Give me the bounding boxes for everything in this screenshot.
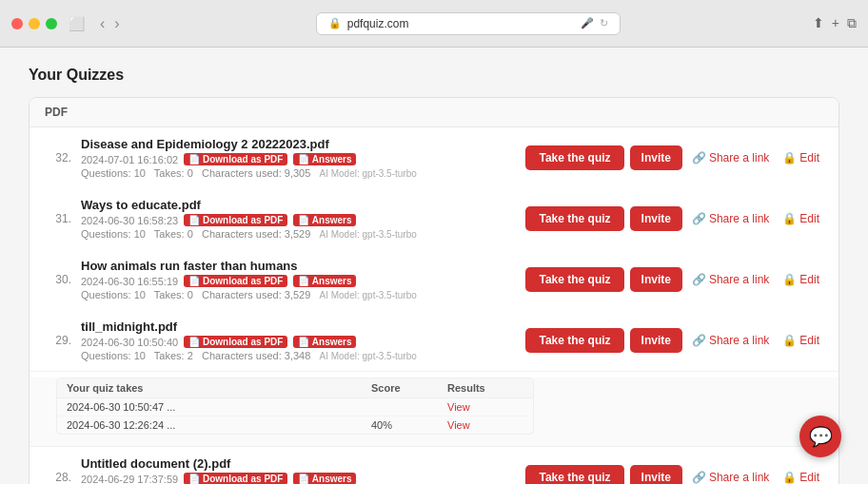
fullscreen-window-btn[interactable] [46, 18, 57, 29]
ai-model: AI Model: gpt-3.5-turbo [320, 290, 417, 300]
takes-row: 2024-06-30 10:50:47 ... View [57, 398, 533, 416]
lock-chain-icon: 🔗 [692, 471, 706, 484]
download-answers-btn[interactable]: 📄 Answers [293, 214, 356, 226]
quiz-block: 29. till_midnight.pdf 2024-06-30 10:50:4… [30, 310, 838, 447]
take-score: 40% [371, 419, 447, 431]
ai-model: AI Model: gpt-3.5-turbo [320, 351, 417, 361]
section-header: PDF [30, 98, 838, 127]
download-pdf-btn[interactable]: 📄 Download as PDF [184, 336, 287, 348]
lock-chain-icon: 🔗 [692, 151, 706, 165]
invite-btn[interactable]: Invite [630, 267, 682, 292]
quiz-info: Untitled document (2).pdf 2024-06-29 17:… [81, 456, 516, 484]
forward-btn[interactable]: › [110, 15, 123, 32]
browser-chrome: ⬜ ‹ › 🔒 pdfquiz.com 🎤 ↻ ⬆ + ⧉ [0, 0, 868, 48]
windows-icon[interactable]: ⧉ [847, 15, 857, 31]
quizzes-card: PDF 32. Disease and Epidemiology 2 20222… [29, 97, 839, 484]
view-result-link[interactable]: View [447, 419, 523, 431]
download-answers-btn[interactable]: 📄 Answers [293, 473, 356, 484]
new-tab-icon[interactable]: + [832, 15, 839, 31]
quiz-number: 28. [45, 471, 71, 484]
view-result-link[interactable]: View [447, 401, 523, 413]
download-pdf-btn[interactable]: 📄 Download as PDF [184, 214, 287, 226]
download-pdf-btn[interactable]: 📄 Download as PDF [184, 153, 287, 165]
ai-model: AI Model: gpt-3.5-turbo [320, 168, 417, 179]
share-link-btn[interactable]: 🔗 Share a link [688, 208, 773, 229]
download-answers-btn[interactable]: 📄 Answers [293, 153, 356, 165]
address-bar-wrap: 🔒 pdfquiz.com 🎤 ↻ [131, 12, 805, 35]
invite-btn[interactable]: Invite [630, 206, 682, 231]
quiz-name: Ways to educate.pdf [81, 198, 516, 212]
quiz-number: 31. [45, 212, 71, 225]
chat-fab[interactable]: 💬 [799, 416, 841, 457]
lock-chain-icon: 🔗 [692, 212, 706, 225]
takes-table: Your quiz takes Score Results 2024-06-30… [56, 378, 534, 435]
edit-btn[interactable]: 🔒 Edit [779, 269, 823, 290]
quiz-expanded-section: Your quiz takes Score Results 2024-06-30… [30, 378, 838, 447]
quiz-info: How animals run faster than humans 2024-… [81, 259, 516, 300]
share-link-btn[interactable]: 🔗 Share a link [688, 467, 773, 484]
nav-buttons: ‹ › [96, 15, 124, 32]
quiz-date: 2024-07-01 16:16:02 [81, 154, 178, 165]
takes-row: 2024-06-30 12:26:24 ... 40% View [57, 416, 533, 434]
quiz-row: 29. till_midnight.pdf 2024-06-30 10:50:4… [30, 310, 838, 372]
take-quiz-btn[interactable]: Take the quiz [525, 206, 623, 231]
quiz-block: 30. How animals run faster than humans 2… [30, 249, 838, 310]
col-header-takes: Your quiz takes [67, 382, 371, 394]
edit-btn[interactable]: 🔒 Edit [779, 147, 823, 168]
invite-btn[interactable]: Invite [630, 465, 682, 484]
quiz-stats: Questions: 10 Takes: 0 Characters used: … [81, 167, 516, 179]
edit-btn[interactable]: 🔒 Edit [779, 208, 823, 229]
lock-chain-icon: 🔗 [692, 334, 706, 347]
sidebar-toggle-btn[interactable]: ⬜ [65, 16, 89, 31]
invite-btn[interactable]: Invite [630, 328, 682, 353]
address-bar[interactable]: 🔒 pdfquiz.com 🎤 ↻ [316, 12, 621, 35]
pencil-icon: 🔒 [782, 273, 797, 286]
minimize-window-btn[interactable] [29, 18, 40, 29]
quiz-block: 32. Disease and Epidemiology 2 20222023.… [30, 127, 838, 188]
quiz-info: Ways to educate.pdf 2024-06-30 16:58:23 … [81, 198, 516, 240]
quiz-actions: Take the quiz Invite 🔗 Share a link 🔒 Ed… [525, 465, 823, 484]
edit-btn[interactable]: 🔒 Edit [779, 467, 823, 484]
invite-btn[interactable]: Invite [630, 145, 682, 170]
page-content: Your Quizzes PDF 32. Disease and Epidemi… [0, 48, 868, 484]
take-date: 2024-06-30 12:26:24 ... [67, 419, 371, 431]
share-link-btn[interactable]: 🔗 Share a link [688, 330, 773, 351]
quiz-date: 2024-06-30 10:50:40 [81, 337, 178, 348]
quiz-actions: Take the quiz Invite 🔗 Share a link 🔒 Ed… [525, 145, 823, 170]
quiz-actions: Take the quiz Invite 🔗 Share a link 🔒 Ed… [525, 328, 823, 353]
quiz-meta-row: 2024-06-30 16:55:19 📄 Download as PDF 📄 … [81, 275, 516, 287]
pencil-icon: 🔒 [782, 471, 797, 484]
download-answers-btn[interactable]: 📄 Answers [293, 336, 356, 348]
close-window-btn[interactable] [11, 18, 23, 29]
quiz-info: Disease and Epidemiology 2 20222023.pdf … [81, 137, 516, 179]
download-pdf-btn[interactable]: 📄 Download as PDF [184, 473, 287, 484]
edit-btn[interactable]: 🔒 Edit [779, 330, 823, 351]
refresh-icon[interactable]: ↻ [600, 17, 608, 29]
quiz-row: 30. How animals run faster than humans 2… [30, 249, 838, 310]
quiz-number: 30. [45, 273, 71, 286]
back-btn[interactable]: ‹ [96, 15, 108, 32]
url-text: pdfquiz.com [347, 17, 409, 30]
quiz-meta-row: 2024-06-30 16:58:23 📄 Download as PDF 📄 … [81, 214, 516, 226]
col-header-score: Score [371, 382, 447, 394]
quiz-row: 28. Untitled document (2).pdf 2024-06-29… [30, 447, 838, 484]
share-icon[interactable]: ⬆ [813, 15, 824, 31]
quiz-actions: Take the quiz Invite 🔗 Share a link 🔒 Ed… [525, 267, 823, 292]
quiz-actions: Take the quiz Invite 🔗 Share a link 🔒 Ed… [525, 206, 823, 231]
share-link-btn[interactable]: 🔗 Share a link [688, 269, 773, 290]
take-quiz-btn[interactable]: Take the quiz [525, 465, 623, 484]
take-quiz-btn[interactable]: Take the quiz [525, 145, 623, 170]
pencil-icon: 🔒 [782, 334, 797, 347]
download-answers-btn[interactable]: 📄 Answers [293, 275, 356, 287]
take-date: 2024-06-30 10:50:47 ... [67, 401, 371, 413]
quiz-meta-row: 2024-07-01 16:16:02 📄 Download as PDF 📄 … [81, 153, 516, 165]
lock-chain-icon: 🔗 [692, 273, 706, 286]
lock-icon: 🔒 [328, 17, 342, 29]
chat-icon: 💬 [809, 425, 833, 448]
take-quiz-btn[interactable]: Take the quiz [525, 328, 623, 353]
quiz-number: 32. [45, 151, 71, 165]
share-link-btn[interactable]: 🔗 Share a link [688, 147, 773, 168]
quiz-stats: Questions: 10 Takes: 2 Characters used: … [81, 350, 516, 361]
download-pdf-btn[interactable]: 📄 Download as PDF [184, 275, 287, 287]
take-quiz-btn[interactable]: Take the quiz [525, 267, 623, 292]
